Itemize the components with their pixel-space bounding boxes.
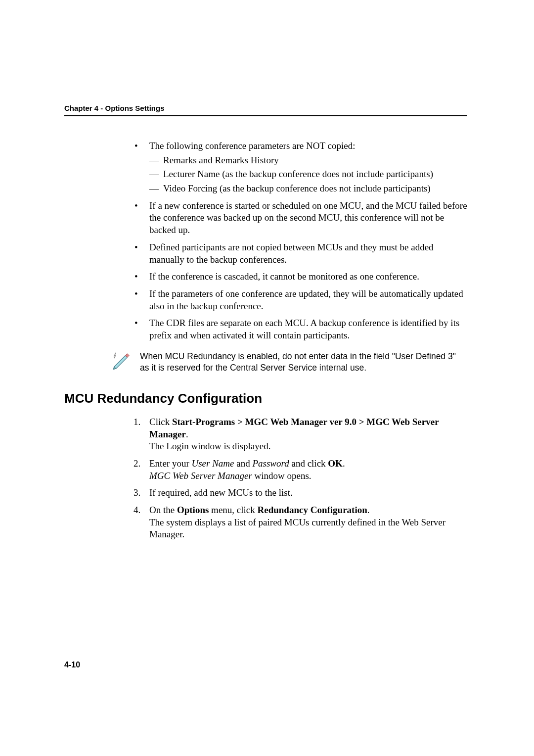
step-text: and bbox=[234, 458, 253, 469]
bullet-item: Defined participants are not copied betw… bbox=[134, 241, 467, 266]
dash-item: Remarks and Remarks History bbox=[149, 154, 467, 167]
step-text: The system displays a list of paired MCU… bbox=[149, 517, 445, 540]
step-text: Enter your bbox=[149, 458, 191, 469]
step-item: On the Options menu, click Redundancy Co… bbox=[134, 504, 467, 541]
note-block: When MCU Redundancy is enabled, do not e… bbox=[64, 351, 467, 374]
bullet-item: If a new conference is started or schedu… bbox=[134, 200, 467, 236]
dash-list: Remarks and Remarks History Lecturer Nam… bbox=[149, 154, 467, 195]
bullet-list: The following conference parameters are … bbox=[134, 140, 467, 342]
step-item: Enter your User Name and Password and cl… bbox=[134, 458, 467, 482]
section-heading: MCU Redundancy Configuration bbox=[64, 391, 467, 406]
header-rule bbox=[64, 115, 467, 116]
step-item: Click Start-Programs > MGC Web Manager v… bbox=[134, 416, 467, 453]
dash-item: Lecturer Name (as the backup conference … bbox=[149, 168, 467, 181]
step-text: and click bbox=[289, 458, 328, 469]
step-text: The Login window is displayed. bbox=[149, 441, 270, 451]
step-text: Click bbox=[149, 417, 172, 427]
content-area: The following conference parameters are … bbox=[134, 140, 467, 374]
step-text: . bbox=[367, 505, 370, 515]
step-text: . bbox=[186, 429, 188, 439]
note-icon bbox=[111, 351, 130, 370]
bullet-text: The following conference parameters are … bbox=[149, 141, 355, 151]
step-bold: Options bbox=[177, 505, 209, 515]
step-italic: User Name bbox=[191, 458, 234, 469]
numbered-list: Click Start-Programs > MGC Web Manager v… bbox=[134, 416, 467, 541]
steps-area: Click Start-Programs > MGC Web Manager v… bbox=[134, 416, 467, 541]
note-text: When MCU Redundancy is enabled, do not e… bbox=[140, 351, 467, 374]
step-item: If required, add new MCUs to the list. bbox=[134, 487, 467, 499]
dash-item: Video Forcing (as the backup conference … bbox=[149, 183, 467, 195]
bullet-item: The CDR files are separate on each MCU. … bbox=[134, 317, 467, 341]
step-text: menu, click bbox=[209, 505, 257, 515]
page-number: 4-10 bbox=[64, 661, 80, 669]
step-text: window opens. bbox=[252, 471, 312, 481]
step-text: . bbox=[343, 458, 345, 469]
step-italic: Password bbox=[252, 458, 289, 469]
page-container: Chapter 4 - Options Settings The followi… bbox=[0, 0, 534, 541]
step-bold: Redundancy Configuration bbox=[258, 505, 367, 515]
bullet-item: If the parameters of one conference are … bbox=[134, 288, 467, 312]
step-bold: Start-Programs > MGC Web Manager ver 9.0… bbox=[149, 417, 439, 439]
bullet-item: The following conference parameters are … bbox=[134, 140, 467, 195]
step-text: On the bbox=[149, 505, 177, 515]
bullet-item: If the conference is cascaded, it cannot… bbox=[134, 271, 467, 283]
chapter-header: Chapter 4 - Options Settings bbox=[64, 104, 467, 112]
step-bold: OK bbox=[328, 458, 343, 469]
step-italic: MGC Web Server Manager bbox=[149, 471, 252, 481]
